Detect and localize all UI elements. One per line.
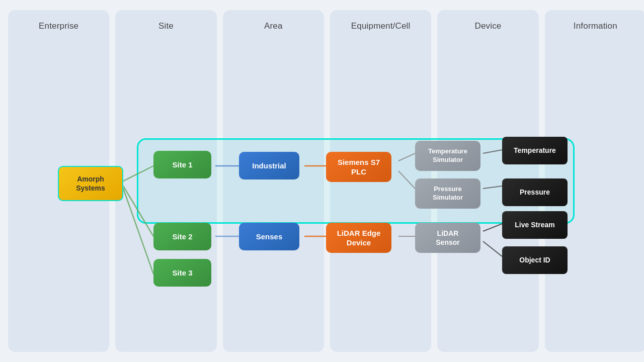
col-device-header: Device: [437, 10, 538, 31]
node-site3[interactable]: Site 3: [153, 259, 211, 287]
node-object-id-label: Object ID: [519, 255, 550, 264]
col-enterprise-header: Enterprise: [8, 10, 109, 31]
node-lidar-edge[interactable]: LiDAR Edge Device: [326, 223, 391, 253]
node-live-stream[interactable]: Live Stream: [502, 211, 568, 239]
node-industrial[interactable]: Industrial: [239, 152, 299, 179]
node-site1-label: Site 1: [172, 160, 192, 170]
node-temperature-label: Temperature: [514, 146, 556, 155]
node-siemens-label: Siemens S7 PLC: [338, 157, 380, 177]
node-object-id[interactable]: Object ID: [502, 246, 568, 274]
node-siemens[interactable]: Siemens S7 PLC: [326, 152, 391, 182]
node-senses[interactable]: Senses: [239, 223, 299, 250]
node-temperature[interactable]: Temperature: [502, 137, 568, 164]
node-amorph-label: Amorph Systems: [76, 174, 105, 193]
main-container: Enterprise Site Area Equipment/Cell Devi…: [0, 0, 644, 362]
node-pressure[interactable]: Pressure: [502, 178, 568, 206]
node-live-stream-label: Live Stream: [515, 220, 554, 229]
node-lidar-sensor[interactable]: LiDAR Sensor: [415, 223, 480, 253]
node-site2[interactable]: Site 2: [153, 223, 211, 250]
node-amorph[interactable]: Amorph Systems: [58, 166, 123, 201]
node-site2-label: Site 2: [172, 232, 192, 242]
col-equipment-header: Equipment/Cell: [330, 10, 431, 31]
node-site3-label: Site 3: [172, 268, 192, 278]
node-pressure-sim[interactable]: Pressure Simulator: [415, 178, 480, 209]
col-information-header: Information: [545, 10, 644, 31]
node-lidar-edge-label: LiDAR Edge Device: [337, 228, 381, 248]
node-senses-label: Senses: [256, 232, 283, 242]
node-temp-sim[interactable]: Temperature Simulator: [415, 141, 480, 171]
node-site1[interactable]: Site 1: [153, 151, 211, 178]
col-area-header: Area: [223, 10, 324, 31]
col-site-header: Site: [115, 10, 216, 31]
node-temp-sim-label: Temperature Simulator: [428, 147, 467, 164]
node-pressure-sim-label: Pressure Simulator: [433, 185, 463, 202]
node-pressure-label: Pressure: [520, 188, 550, 197]
node-lidar-sensor-label: LiDAR Sensor: [436, 229, 459, 247]
node-industrial-label: Industrial: [252, 161, 286, 171]
